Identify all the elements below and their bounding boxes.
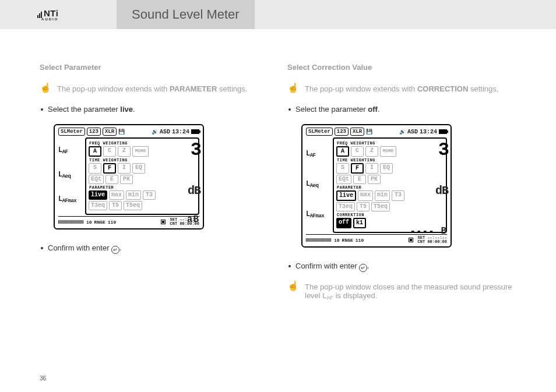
- hand-icon: ☝: [40, 83, 51, 93]
- tab-123: 123: [335, 128, 349, 136]
- opt-k1: k1: [353, 218, 366, 228]
- right-result-1-text: The pop-up window extends with CORRECTIO…: [305, 84, 498, 93]
- unit-db: dB: [188, 184, 200, 197]
- opt-eqt: EQt: [89, 175, 104, 184]
- stop-icon: [161, 220, 166, 224]
- opt-t3eq: T3eq: [336, 202, 355, 211]
- opt-i: I: [118, 163, 131, 174]
- opt-live: live: [89, 190, 107, 200]
- left-device-screenshot: SLMeter 123 XLR 💾 🔊 ASD 13:24 LAF LAeq L…: [54, 124, 269, 229]
- column-right: Select Correction Value ☝ The pop-up win…: [287, 63, 516, 312]
- section-time: TIME WEIGHTING: [337, 158, 444, 163]
- asd-label: ASD: [160, 129, 170, 135]
- left-result-1: ☝ The pop-up window extends with PARAMET…: [40, 84, 269, 93]
- bullet-icon: [41, 247, 43, 249]
- tab-xlr: XLR: [350, 128, 364, 136]
- device-screen: SLMeter 123 XLR 💾 🔊 ASD 13:24 LAF LAeq L…: [301, 124, 452, 248]
- param-row-2: T3eq T5 T5eq: [336, 202, 444, 211]
- clock-value: 13:24: [420, 129, 437, 135]
- opt-min: min: [375, 190, 390, 201]
- range-label: RNGE: [94, 220, 105, 225]
- section-corr: CORREKTION: [337, 213, 444, 217]
- battery-icon: [191, 129, 199, 134]
- opt-max: max: [109, 190, 124, 200]
- range-hi: 110: [356, 238, 364, 243]
- left-labels: LAF LAeq LAFmax: [306, 137, 330, 233]
- device-screen: SLMeter 123 XLR 💾 🔊 ASD 13:24 LAF LAeq L…: [54, 124, 204, 229]
- opt-live: live: [336, 190, 356, 201]
- freq-row: A C Z MORE: [336, 146, 444, 157]
- time-row-1: S F I EQ: [89, 163, 196, 174]
- right-result-1: ☝ The pop-up window extends with CORRECT…: [287, 84, 516, 93]
- label-laf: LAF: [58, 146, 83, 155]
- tab-slmeter: SLMeter: [306, 128, 333, 136]
- readout-dash: ---- B: [410, 226, 447, 236]
- tab-slmeter: SLMeter: [58, 128, 85, 136]
- opt-more: MORE: [132, 146, 149, 157]
- param-row-1: live max min T3: [89, 190, 196, 200]
- opt-a: A: [336, 146, 349, 157]
- opt-eq: EQ: [132, 163, 145, 174]
- opt-t3eq: T3eq: [89, 201, 107, 210]
- logo-text: NTi: [44, 8, 58, 18]
- left-bullet-2: Confirm with enter ↵.: [40, 243, 269, 254]
- left-heading: Select Parameter: [40, 63, 269, 72]
- opt-t3: T3: [392, 190, 404, 201]
- opt-eq: EQ: [380, 163, 393, 174]
- range-label: RNGE: [342, 238, 353, 243]
- opt-more: MORE: [380, 146, 396, 157]
- bullet-icon: [41, 108, 43, 111]
- param-row-1: live max min T3: [336, 190, 444, 201]
- logo-bars-icon: [37, 8, 43, 18]
- device-body: LAF LAeq LAFmax FREQ WEIGHTING A C Z MOR…: [58, 137, 199, 215]
- header-bar: NTi AUDIO Sound Level Meter: [0, 0, 556, 29]
- opt-f: F: [351, 163, 364, 174]
- opt-z: Z: [118, 146, 131, 157]
- enter-icon: ↵: [111, 246, 119, 254]
- battery-icon: [439, 129, 447, 134]
- unit-db: dB: [435, 184, 448, 197]
- right-result-2: ☝ The pop-up window closes and the measu…: [287, 282, 516, 301]
- opt-s: S: [89, 163, 101, 174]
- opt-max: max: [358, 190, 373, 201]
- range-hi: 110: [108, 220, 116, 225]
- save-icon: 💾: [118, 129, 125, 135]
- save-icon: 💾: [366, 129, 372, 135]
- section-freq: FREQ WEIGHTING: [89, 141, 196, 146]
- main-content: Select Parameter ☝ The pop-up window ext…: [0, 29, 556, 312]
- freq-row: A C Z MORE: [89, 146, 196, 157]
- opt-i: I: [365, 163, 378, 174]
- opt-t5eq: T5eq: [371, 202, 390, 211]
- opt-a: A: [89, 146, 101, 157]
- right-bullet-1: Select the parameter off.: [287, 105, 516, 114]
- range-bar-icon: [58, 220, 84, 224]
- hand-icon: ☝: [287, 83, 299, 93]
- opt-f: F: [103, 163, 116, 174]
- section-time: TIME WEIGHTING: [89, 158, 196, 163]
- right-heading: Select Correction Value: [287, 63, 516, 72]
- device-body: LAF LAeq LAFmax FREQ WEIGHTING A C Z MOR…: [306, 137, 447, 233]
- left-bullet-1: Select the parameter live.: [40, 105, 269, 114]
- right-bullet-2: Confirm with enter ↵.: [287, 262, 516, 272]
- opt-z: Z: [365, 146, 378, 157]
- device-bottom-bar: 10 RNGE 110 SET --:--:-- CNT 00:00:00: [58, 216, 199, 226]
- set-cnt: SET --:--:-- CNT 00:00:00: [418, 236, 447, 244]
- opt-t5: T5: [109, 201, 122, 210]
- big-readout: 3: [191, 141, 200, 160]
- section-freq: FREQ WEIGHTING: [337, 141, 444, 146]
- tab-123: 123: [87, 128, 101, 136]
- column-left: Select Parameter ☝ The pop-up window ext…: [40, 63, 269, 312]
- label-lafmax: LAFmax: [58, 195, 83, 204]
- readout-ab: aB: [187, 214, 199, 225]
- opt-pk: PK: [120, 175, 133, 184]
- device-top-bar: SLMeter 123 XLR 💾 🔊 ASD 13:24: [306, 128, 447, 137]
- device-top-bar: SLMeter 123 XLR 💾 🔊 ASD 13:24: [58, 128, 199, 137]
- label-lafmax: LAFmax: [306, 210, 330, 219]
- opt-off: off: [336, 218, 351, 228]
- opt-pk: PK: [368, 175, 381, 184]
- range-lo: 10: [86, 220, 92, 225]
- opt-t5eq: T5eq: [124, 201, 142, 210]
- opt-eqt: EQt: [336, 175, 351, 184]
- enter-icon: ↵: [359, 264, 367, 272]
- section-param: PARAMETER: [337, 185, 444, 190]
